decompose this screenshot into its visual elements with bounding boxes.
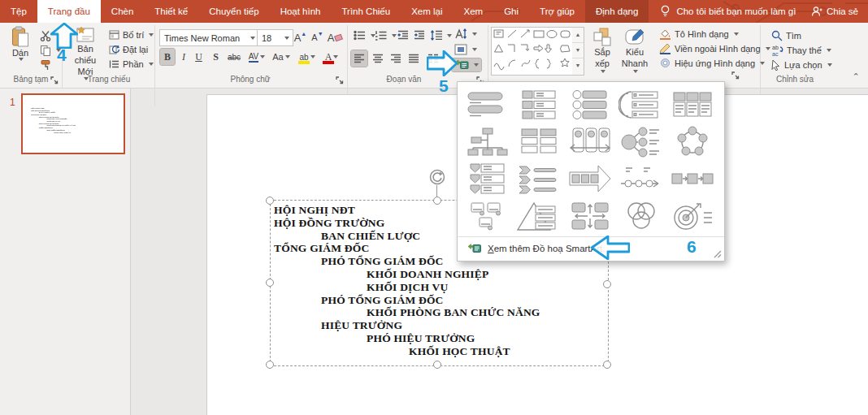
select-chevron xyxy=(827,63,832,67)
resize-handle-top-left[interactable] xyxy=(266,197,274,205)
tab-review[interactable]: Xem lại xyxy=(401,0,453,23)
text-shadow-button[interactable]: S xyxy=(209,49,223,65)
smartart-radial-list[interactable] xyxy=(615,123,666,161)
paste-button[interactable]: Dán xyxy=(5,26,36,61)
shape-effects-button[interactable]: Hiệu ứng Hình dạng xyxy=(657,57,767,70)
smartart-arrow-process[interactable] xyxy=(666,161,718,198)
arrange-button[interactable]: Sắp xếp xyxy=(587,28,618,73)
smartart-basic-venn[interactable] xyxy=(615,197,666,235)
format-painter-button[interactable] xyxy=(37,58,54,71)
select-button[interactable]: Lựa chọn xyxy=(769,58,835,71)
resize-grip-icon[interactable] xyxy=(714,250,722,258)
tab-recording[interactable]: Ghi xyxy=(493,0,529,23)
change-case-button[interactable]: Aa xyxy=(270,49,293,65)
tab-animations[interactable]: Hoạt hình xyxy=(270,0,332,23)
quick-styles-button[interactable]: Kiểu Nhanh xyxy=(618,28,652,73)
tab-home[interactable]: Trang đầu xyxy=(37,0,101,23)
section-button[interactable]: Phần xyxy=(106,58,156,70)
reset-button[interactable]: Đặt lại xyxy=(106,44,150,55)
strikethrough-button[interactable]: abc xyxy=(224,49,244,65)
decrease-indent-button[interactable] xyxy=(395,29,411,41)
align-left-button[interactable] xyxy=(351,50,367,67)
resize-handle-middle-left[interactable] xyxy=(266,279,274,287)
outline-line[interactable]: KHỐI DỊCH VỤ xyxy=(367,281,540,294)
tab-insert[interactable]: Chèn xyxy=(101,0,145,23)
justify-button[interactable] xyxy=(406,50,422,67)
highlight-color-button[interactable]: ab xyxy=(296,49,319,65)
smartart-vertical-chevron-list[interactable] xyxy=(462,161,514,198)
align-center-button[interactable] xyxy=(370,50,386,67)
italic-button[interactable]: I xyxy=(177,49,190,65)
line-spacing-icon xyxy=(430,30,442,41)
smartart-pyramid-list[interactable] xyxy=(514,197,565,235)
smartart-vertical-block-list[interactable] xyxy=(462,86,514,123)
smartart-picture-grid[interactable] xyxy=(462,197,514,235)
smartart-circle-accent-timeline[interactable] xyxy=(615,161,666,198)
bullets-icon xyxy=(354,30,366,41)
smartart-basic-cycle[interactable] xyxy=(666,123,718,161)
font-color-button[interactable]: A xyxy=(320,49,343,65)
outline-line[interactable]: KHỐI DOANH NGHIỆP xyxy=(367,268,540,281)
drawing-dialog-launcher[interactable] xyxy=(731,71,740,80)
increase-indent-button[interactable] xyxy=(411,29,427,41)
replace-button[interactable]: ab ac Thay thế xyxy=(769,44,834,57)
shapes-gallery-scrollbar[interactable]: ▲ ▼ ▼ xyxy=(572,27,584,76)
layout-icon xyxy=(109,30,119,40)
font-name-combobox[interactable]: Times New Roman xyxy=(159,29,259,46)
share-button[interactable]: Chia sẻ xyxy=(811,0,858,23)
rotation-handle-icon[interactable] xyxy=(428,168,446,186)
font-size-combobox[interactable]: 18 xyxy=(257,29,293,46)
smartart-continuous-picture-list[interactable] xyxy=(565,123,616,161)
shrink-font-button[interactable]: A▼ xyxy=(310,29,325,45)
tab-format[interactable]: Định dạng xyxy=(585,0,649,23)
tab-design[interactable]: Thiết kế xyxy=(144,0,198,23)
find-button[interactable]: Tìm xyxy=(769,29,804,42)
smartart-vertical-box-list[interactable] xyxy=(514,86,565,123)
outline-line[interactable]: PHÓ TỔNG GIÁM ĐỐC xyxy=(321,294,540,307)
collapse-ribbon-icon[interactable]: ⌃ xyxy=(848,71,863,83)
smartart-grouped-list[interactable] xyxy=(514,123,565,161)
layout-button[interactable]: Bố trí xyxy=(106,29,156,41)
smartart-vertical-picture-accent-list[interactable] xyxy=(565,86,616,123)
shapes-scroll-down-icon[interactable]: ▼ xyxy=(572,42,584,58)
bold-button[interactable]: B xyxy=(160,49,175,65)
outline-line[interactable]: PHÓ HIỆU TRƯỞNG xyxy=(367,332,540,345)
clear-formatting-button[interactable]: A xyxy=(327,29,343,45)
font-color-swatch xyxy=(323,61,334,64)
outline-line[interactable]: KHỐI PHÒNG BAN CHỨC NĂNG xyxy=(367,306,540,319)
resize-handle-bottom-left[interactable] xyxy=(266,361,274,369)
align-right-button[interactable] xyxy=(388,50,404,67)
smartart-vertical-curved-list[interactable] xyxy=(615,86,666,123)
tab-view[interactable]: Xem xyxy=(454,0,494,23)
shapes-scroll-up-icon[interactable]: ▲ xyxy=(572,28,584,42)
tab-help[interactable]: Trợ giúp xyxy=(529,0,585,23)
tab-slideshow[interactable]: Trình Chiếu xyxy=(332,0,401,23)
shape-fill-button[interactable]: Tô Hình dạng xyxy=(657,28,741,41)
font-dialog-launcher[interactable] xyxy=(336,76,344,84)
shape-outline-button[interactable]: Viền ngoài Hình dạng xyxy=(657,42,773,55)
text-direction-button[interactable] xyxy=(452,28,480,41)
clipboard-dialog-launcher[interactable] xyxy=(50,76,59,84)
tab-file[interactable]: Tệp xyxy=(0,0,37,23)
smartart-process-arrows[interactable] xyxy=(565,161,616,198)
tab-transitions[interactable]: Chuyển tiếp xyxy=(198,0,269,23)
smartart-horizontal-picture-list[interactable] xyxy=(666,86,718,123)
character-spacing-button[interactable]: AV xyxy=(245,49,268,65)
grow-font-button[interactable]: A▲ xyxy=(293,29,308,45)
outline-line[interactable]: KHỐI HỌC THUẬT xyxy=(409,345,540,358)
resize-handle-bottom-center[interactable] xyxy=(433,361,441,369)
resize-handle-middle-right[interactable] xyxy=(603,280,611,288)
resize-handle-bottom-right[interactable] xyxy=(603,361,611,369)
shapes-more-icon[interactable]: ▼ xyxy=(572,58,584,73)
resize-handle-top-center[interactable] xyxy=(433,197,441,205)
slide-1-thumbnail[interactable]: HỘI NGHỊ NĐT HỘI ĐỒNG TRƯỜNG BAN CHIẾN L… xyxy=(21,93,125,154)
underline-button[interactable]: U xyxy=(192,49,206,65)
shapes-gallery[interactable] xyxy=(491,27,574,76)
line-spacing-button[interactable] xyxy=(427,29,454,41)
outline-line[interactable]: HIỆU TRƯỞNG xyxy=(321,319,540,332)
smartart-target-list[interactable] xyxy=(666,197,718,235)
smartart-organization-chart[interactable] xyxy=(462,123,514,161)
smartart-diverging-matrix[interactable] xyxy=(565,197,616,235)
tell-me-box[interactable]: Cho tôi biết bạn muốn làm gì xyxy=(649,0,807,23)
smartart-chevron-process[interactable] xyxy=(514,161,565,198)
